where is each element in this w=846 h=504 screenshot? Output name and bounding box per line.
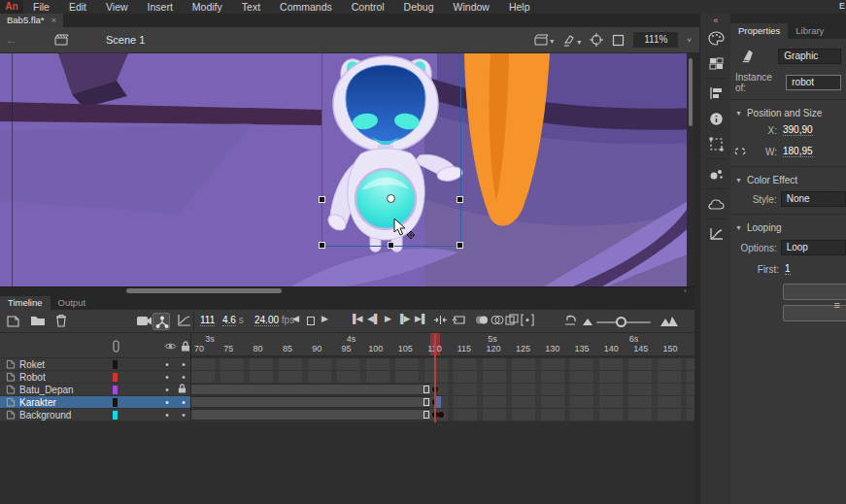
layer-lock-cell[interactable]: •	[178, 371, 189, 384]
first-frame-value[interactable]: 1	[785, 263, 791, 275]
layer-row-background[interactable]: Background••	[0, 409, 190, 421]
show-parenting-toggle[interactable]	[152, 313, 170, 330]
eye-icon[interactable]	[164, 342, 177, 351]
zoom-in-frames-icon[interactable]	[660, 317, 678, 326]
new-layer-icon[interactable]	[6, 314, 20, 327]
menu-insert[interactable]: Insert	[138, 0, 183, 14]
selection-edge-right[interactable]	[460, 53, 461, 247]
layer-row-batu_depan[interactable]: Batu_Depan•	[0, 384, 190, 396]
close-icon[interactable]: ×	[51, 14, 57, 27]
instance-name-field[interactable]: robot	[786, 75, 841, 90]
frame-row-robot[interactable]	[191, 371, 694, 384]
layer-lock-cell[interactable]	[178, 384, 189, 393]
onion-skin-outlines-icon[interactable]	[491, 314, 504, 326]
go-to-last-frame-icon[interactable]: ▶▌	[415, 314, 427, 323]
frame-graph-icon[interactable]	[177, 314, 191, 327]
reset-timeline-zoom-icon[interactable]	[563, 314, 577, 326]
zoom-caret-icon[interactable]: ˅	[687, 36, 692, 45]
frame-row-karakter[interactable]	[191, 396, 694, 409]
tab-properties[interactable]: Properties	[730, 23, 788, 39]
menu-modify[interactable]: Modify	[183, 0, 232, 14]
dock-brush-library-button[interactable]	[700, 161, 731, 186]
selection-edge-left[interactable]	[321, 53, 322, 247]
dock-align-button[interactable]	[700, 81, 731, 106]
camera-icon[interactable]	[136, 316, 152, 326]
workspace-fragment[interactable]: E	[839, 1, 845, 11]
symbol-type-dropdown[interactable]: Graphic	[778, 49, 841, 64]
frame-row-background[interactable]	[191, 409, 694, 421]
layer-row-robot[interactable]: Robot••	[0, 371, 190, 384]
tab-output[interactable]: Output	[51, 296, 94, 310]
play-icon[interactable]: ▶	[385, 314, 391, 323]
menu-text[interactable]: Text	[232, 0, 270, 14]
layer-row-karakter[interactable]: Karakter••	[0, 396, 190, 409]
frame-rate-value[interactable]: 24.00 fps	[254, 315, 294, 325]
new-folder-icon[interactable]	[30, 314, 46, 326]
frame-span[interactable]	[191, 409, 430, 420]
elapsed-time-value[interactable]: 4.6 s	[222, 315, 244, 325]
layer-color-swatch[interactable]	[113, 398, 118, 407]
menu-control[interactable]: Control	[342, 0, 394, 14]
dock-info-button[interactable]	[700, 106, 731, 131]
zoom-out-frames-icon[interactable]	[583, 319, 592, 325]
step-forward-one-frame-icon[interactable]: ▐▶	[397, 314, 410, 323]
go-to-first-frame-icon[interactable]: ▐◀	[350, 314, 362, 323]
section-looping[interactable]: ▼ Looping	[730, 218, 846, 237]
menu-window[interactable]: Window	[444, 0, 499, 14]
link-width-height-icon[interactable]	[734, 146, 746, 157]
use-frame-picker-button[interactable]: Use Fra	[783, 284, 846, 300]
frame-row-roket[interactable]	[191, 358, 694, 371]
playhead-line[interactable]	[434, 333, 436, 422]
stop-icon[interactable]	[307, 317, 315, 325]
timeline-zoom-slider-knob[interactable]	[616, 317, 626, 327]
layer-visibility-dot[interactable]: •	[161, 409, 173, 421]
dock-swatches-button[interactable]	[700, 50, 731, 76]
edit-symbols-button[interactable]: ▾	[562, 34, 581, 47]
dock-transform-button[interactable]	[700, 131, 731, 156]
menu-view[interactable]: View	[96, 0, 138, 14]
edit-scene-button[interactable]: ▾	[534, 34, 554, 46]
edit-multiple-frames-icon[interactable]	[505, 314, 519, 326]
x-value[interactable]: 390,90	[783, 124, 813, 136]
layer-color-swatch[interactable]	[113, 386, 118, 394]
selection-handle-bottom-center[interactable]	[388, 242, 394, 249]
transform-point[interactable]	[387, 194, 395, 203]
frame-row-batu_depan[interactable]	[191, 384, 694, 396]
loop-playback-icon[interactable]	[452, 314, 467, 326]
layer-lock-cell[interactable]: •	[178, 358, 189, 371]
stage-canvas[interactable]	[0, 53, 694, 286]
selection-handle-mid-left[interactable]	[319, 196, 325, 203]
collapse-panels-icon[interactable]: ‹‹	[700, 14, 730, 25]
canvas-vscrollbar-thumb[interactable]	[689, 58, 693, 126]
current-frame-value[interactable]: 111	[200, 315, 215, 325]
selection-handle-mid-right[interactable]	[457, 196, 463, 203]
section-color-effect[interactable]: ▼ Color Effect	[730, 170, 846, 189]
menu-file[interactable]: File	[23, 0, 59, 14]
app-logo[interactable]: An	[0, 0, 23, 14]
current-frame-number[interactable]: 111	[200, 315, 215, 326]
tab-library[interactable]: Library	[788, 23, 831, 39]
layer-color-swatch[interactable]	[113, 411, 118, 420]
document-tab[interactable]: Bab5.fla* ×	[0, 14, 63, 27]
back-arrow-icon[interactable]: ←	[6, 33, 54, 47]
step-forward-icon[interactable]: ▶	[321, 314, 328, 323]
fps-number[interactable]: 24.00	[254, 315, 279, 326]
timeline-frames-grid[interactable]	[191, 358, 694, 421]
dock-motion-editor-button[interactable]	[700, 221, 731, 247]
dock-cc-libraries-button[interactable]	[700, 191, 731, 217]
selection-handle-bottom-right[interactable]	[457, 242, 463, 249]
layer-color-swatch[interactable]	[113, 360, 118, 369]
layer-row-roket[interactable]: Roket••	[0, 358, 190, 371]
tab-timeline[interactable]: Timeline	[0, 296, 51, 310]
clip-content-icon[interactable]	[612, 34, 625, 47]
delete-layer-trash-icon[interactable]	[55, 314, 67, 327]
layer-lock-cell[interactable]: •	[178, 396, 189, 409]
canvas-hscrollbar[interactable]	[0, 286, 694, 296]
onion-skin-icon[interactable]	[475, 314, 489, 326]
lock-icon[interactable]	[181, 341, 190, 352]
loop-options-dropdown[interactable]: Loop	[781, 240, 846, 255]
frame-span[interactable]	[191, 384, 430, 395]
menu-commands[interactable]: Commands	[270, 0, 342, 14]
layer-visibility-dot[interactable]: •	[161, 384, 173, 396]
selection-handle-bottom-left[interactable]	[319, 242, 325, 249]
